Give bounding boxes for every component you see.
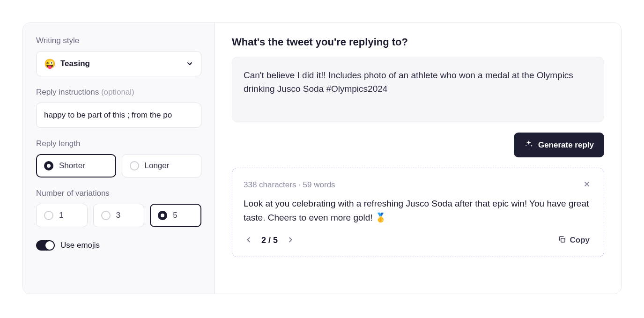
writing-style-text: Teasing [60,59,90,68]
pager-next-button[interactable] [285,235,296,246]
emoji-toggle[interactable] [36,240,55,251]
reply-length-group: Shorter Longer [36,154,201,177]
result-pager: 2 / 5 [244,235,296,246]
chevron-left-icon [245,237,252,244]
result-card: 338 characters · 59 words Look at you ce… [232,168,604,257]
emoji-toggle-label: Use emojis [60,241,100,250]
reply-length-longer[interactable]: Longer [122,154,202,177]
generate-reply-label: Generate reply [538,141,594,150]
variations-1-label: 1 [59,211,63,220]
app-panel: Writing style 😜 Teasing Reply instructio… [22,22,622,294]
close-result-button[interactable] [581,178,592,191]
variations-3-label: 3 [116,211,120,220]
variations-5[interactable]: 5 [150,204,201,227]
writing-style-select[interactable]: 😜 Teasing [36,51,201,76]
copy-button[interactable]: Copy [555,235,593,246]
writing-style-value: 😜 Teasing [44,58,90,69]
variations-5-label: 5 [173,211,177,220]
variations-3[interactable]: 3 [93,204,145,227]
toggle-knob [45,241,54,250]
sparkles-icon [524,139,533,151]
radio-icon [101,211,111,220]
radio-icon [158,211,167,220]
tweet-input[interactable]: Can't believe I did it!! Includes photo … [232,57,604,122]
variations-group: 1 3 5 [36,204,201,227]
instructions-optional: (optional) [101,88,134,96]
prompt-heading: What's the tweet you're replying to? [232,36,604,48]
reply-length-shorter-label: Shorter [59,161,85,170]
instructions-label: Reply instructions (optional) [36,88,201,97]
radio-icon [44,211,53,220]
close-icon [583,182,591,189]
writing-style-label: Writing style [36,36,201,45]
radio-icon [130,161,139,170]
copy-label: Copy [570,236,590,245]
result-footer: 2 / 5 Copy [244,235,592,246]
result-body: Look at you celebrating with a refreshin… [244,197,592,225]
emoji-toggle-row: Use emojis [36,240,201,251]
svg-rect-0 [561,238,564,242]
pager-prev-button[interactable] [244,235,254,246]
pager-position: 2 / 5 [261,236,278,245]
reply-length-label: Reply length [36,139,201,148]
settings-sidebar: Writing style 😜 Teasing Reply instructio… [23,23,215,294]
result-meta: 338 characters · 59 words [244,180,335,190]
variations-label: Number of variations [36,189,201,198]
instructions-input[interactable] [36,103,201,128]
chevron-down-icon [186,60,193,67]
chevron-right-icon [287,237,294,244]
instructions-label-text: Reply instructions [36,88,101,96]
radio-icon [44,161,53,170]
copy-icon [558,235,566,246]
result-header: 338 characters · 59 words [244,178,592,191]
teasing-emoji-icon: 😜 [44,58,56,69]
main-content: What's the tweet you're replying to? Can… [215,23,621,294]
reply-length-shorter[interactable]: Shorter [36,154,116,177]
generate-row: Generate reply [232,133,604,157]
reply-length-longer-label: Longer [145,161,170,170]
variations-1[interactable]: 1 [36,204,88,227]
generate-reply-button[interactable]: Generate reply [514,133,604,157]
